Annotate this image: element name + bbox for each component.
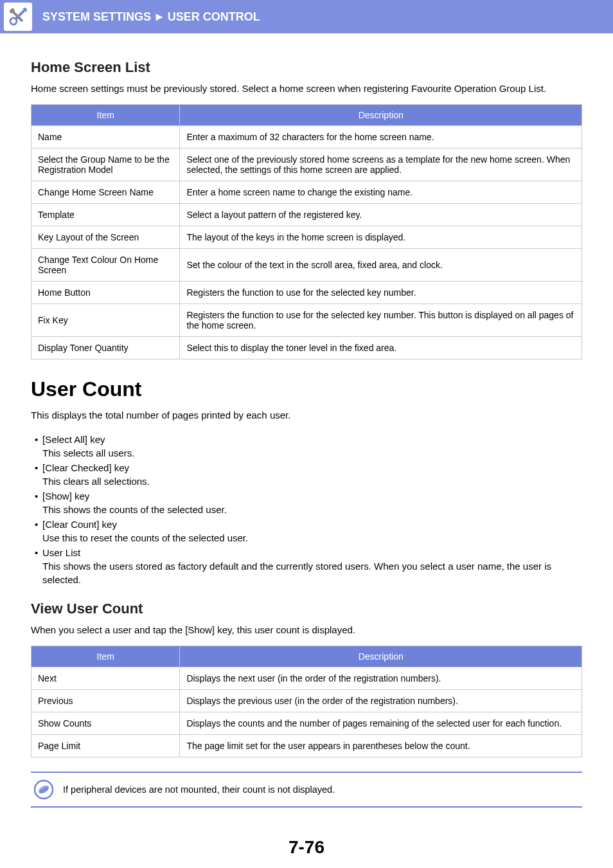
cell-item: Change Home Screen Name [31, 181, 180, 204]
table-head-item: Item [31, 646, 180, 667]
view-user-count-heading: View User Count [31, 601, 582, 617]
key-name: User List [42, 547, 80, 558]
page-number: 7-76 [31, 837, 582, 868]
cell-desc: Select one of the previously stored home… [180, 149, 582, 181]
home-screen-list-heading: Home Screen List [31, 59, 582, 76]
cell-item: Change Text Colour On Home Screen [31, 249, 180, 282]
cell-item: Show Counts [31, 712, 180, 734]
table-row: PreviousDisplays the previous user (in t… [31, 689, 582, 712]
table-head-desc: Description [180, 105, 582, 126]
note-box: If peripheral devices are not mounted, t… [31, 772, 582, 808]
key-name: [Clear Count] key [42, 519, 117, 530]
bullet-icon: • [35, 518, 38, 531]
cell-item: Name [31, 126, 180, 149]
user-count-key-list: •[Select All] keyThis selects all users.… [31, 433, 582, 586]
settings-icon [4, 3, 32, 31]
table-row: Show CountsDisplays the counts and the n… [31, 712, 582, 734]
bullet-icon: • [35, 546, 38, 559]
table-head-item: Item [31, 105, 180, 126]
home-screen-list-intro: Home screen settings must be previously … [31, 82, 582, 95]
key-desc: This clears all selections. [42, 475, 582, 488]
table-row: TemplateSelect a layout pattern of the r… [31, 204, 582, 226]
table-row: Change Text Colour On Home ScreenSet the… [31, 249, 582, 282]
list-item: •[Select All] keyThis selects all users. [35, 433, 582, 460]
note-icon [33, 779, 54, 800]
cell-desc: Registers the function to use for the se… [180, 304, 582, 337]
cell-desc: Set the colour of the text in the scroll… [180, 249, 582, 282]
cell-item: Key Layout of the Screen [31, 226, 180, 249]
cell-desc: Enter a maximum of 32 characters for the… [180, 126, 582, 149]
table-row: Key Layout of the ScreenThe layout of th… [31, 226, 582, 249]
user-count-heading: User Count [31, 377, 582, 401]
table-row: NextDisplays the next user (in the order… [31, 667, 582, 689]
cell-desc: Displays the next user (in the order of … [180, 667, 582, 689]
cell-item: Fix Key [31, 304, 180, 337]
list-item: •[Clear Checked] keyThis clears all sele… [35, 461, 582, 488]
table-row: Fix KeyRegisters the function to use for… [31, 304, 582, 337]
table-row: Page LimitThe page limit set for the use… [31, 734, 582, 757]
cell-desc: Select a layout pattern of the registere… [180, 204, 582, 226]
cell-desc: The layout of the keys in the home scree… [180, 226, 582, 249]
cell-desc: The page limit set for the user appears … [180, 734, 582, 757]
breadcrumb: SYSTEM SETTINGS ► USER CONTROL [42, 10, 260, 24]
key-name: [Clear Checked] key [42, 462, 129, 473]
table-row: Home ButtonRegisters the function to use… [31, 282, 582, 304]
key-desc: This selects all users. [42, 446, 582, 460]
cell-desc: Enter a home screen name to change the e… [180, 181, 582, 204]
table-row: NameEnter a maximum of 32 characters for… [31, 126, 582, 149]
list-item: •User ListThis shows the users stored as… [35, 546, 582, 586]
breadcrumb-part2: USER CONTROL [168, 10, 260, 24]
cell-item: Previous [31, 689, 180, 712]
home-screen-list-table: Item Description NameEnter a maximum of … [31, 104, 582, 359]
bullet-icon: • [35, 489, 38, 503]
cell-item: Display Toner Quantity [31, 337, 180, 359]
key-desc: This shows the users stored as factory d… [42, 559, 582, 586]
table-row: Change Home Screen NameEnter a home scre… [31, 181, 582, 204]
cell-item: Home Button [31, 282, 180, 304]
list-item: •[Clear Count] keyUse this to reset the … [35, 518, 582, 545]
view-user-count-table: Item Description NextDisplays the next u… [31, 646, 582, 757]
key-desc: Use this to reset the counts of the sele… [42, 531, 582, 545]
bullet-icon: • [35, 461, 38, 475]
breadcrumb-sep-icon: ► [154, 10, 165, 24]
cell-item: Template [31, 204, 180, 226]
cell-item: Next [31, 667, 180, 689]
table-row: Select the Group Name to be the Registra… [31, 149, 582, 181]
note-text: If peripheral devices are not mounted, t… [63, 784, 335, 795]
key-name: [Show] key [42, 491, 89, 502]
key-name: [Select All] key [42, 434, 105, 445]
bullet-icon: • [35, 433, 38, 446]
list-item: •[Show] keyThis shows the counts of the … [35, 489, 582, 516]
view-user-count-intro: When you select a user and tap the [Show… [31, 624, 582, 637]
breadcrumb-part1: SYSTEM SETTINGS [42, 10, 151, 24]
header-band: SYSTEM SETTINGS ► USER CONTROL [0, 0, 613, 33]
cell-desc: Registers the function to use for the se… [180, 282, 582, 304]
user-count-intro: This displays the total number of pages … [31, 409, 582, 422]
table-head-desc: Description [180, 646, 582, 667]
table-row: Display Toner QuantitySelect this to dis… [31, 337, 582, 359]
key-desc: This shows the counts of the selected us… [42, 503, 582, 516]
cell-item: Page Limit [31, 734, 180, 757]
cell-desc: Select this to display the toner level i… [180, 337, 582, 359]
cell-desc: Displays the counts and the number of pa… [180, 712, 582, 734]
cell-item: Select the Group Name to be the Registra… [31, 149, 180, 181]
cell-desc: Displays the previous user (in the order… [180, 689, 582, 712]
